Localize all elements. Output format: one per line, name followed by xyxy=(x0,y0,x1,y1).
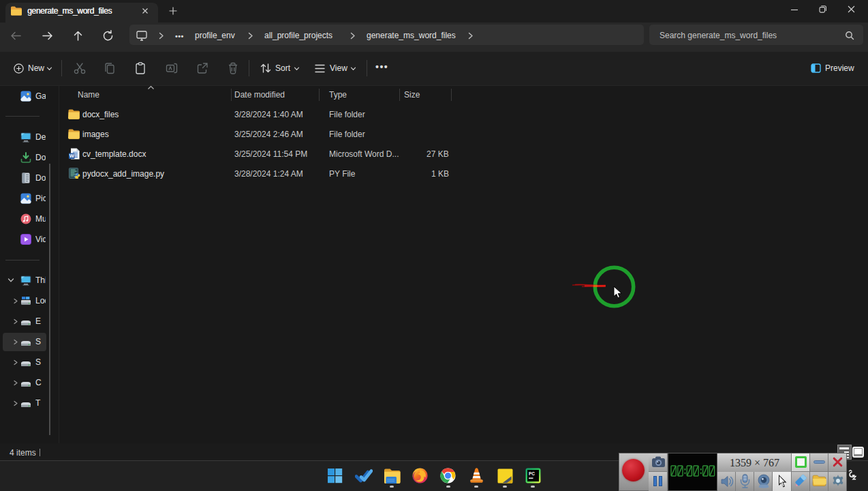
svg-text:W: W xyxy=(69,153,75,159)
svg-text:PC: PC xyxy=(529,471,535,476)
